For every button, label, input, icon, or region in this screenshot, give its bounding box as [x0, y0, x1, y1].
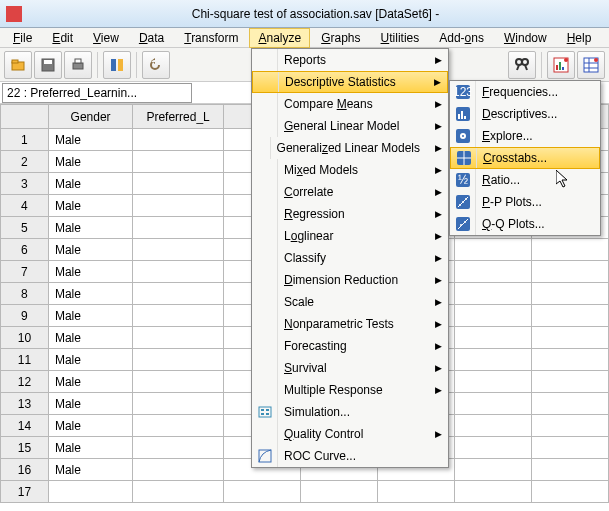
cell-preferred[interactable]: [133, 459, 224, 481]
row-header[interactable]: 2: [1, 151, 49, 173]
row-header[interactable]: 7: [1, 261, 49, 283]
menu-transform[interactable]: Transform: [175, 28, 247, 48]
column-header-preferred[interactable]: Preferred_L: [133, 105, 224, 129]
cell-gender[interactable]: Male: [48, 239, 132, 261]
cell-empty[interactable]: [454, 437, 531, 459]
cell-empty[interactable]: [454, 327, 531, 349]
menu-item-descriptive-statistics[interactable]: Descriptive Statistics▶: [252, 71, 448, 93]
menu-edit[interactable]: Edit: [43, 28, 82, 48]
cell-preferred[interactable]: [133, 283, 224, 305]
menu-item-multiple-response[interactable]: Multiple Response▶: [252, 379, 448, 401]
cell-gender[interactable]: Male: [48, 371, 132, 393]
row-header[interactable]: 6: [1, 239, 49, 261]
menu-item-correlate[interactable]: Correlate▶: [252, 181, 448, 203]
menu-item-generalized-linear-models[interactable]: Generalized Linear Models▶: [252, 137, 448, 159]
cell-preferred[interactable]: [133, 129, 224, 151]
cell-empty[interactable]: [454, 415, 531, 437]
menu-item-classify[interactable]: Classify▶: [252, 247, 448, 269]
submenu-item-p-p-plots-[interactable]: P-P Plots...: [450, 191, 600, 213]
cell-preferred[interactable]: [133, 393, 224, 415]
cell-gender[interactable]: Male: [48, 129, 132, 151]
cell-preferred[interactable]: [133, 195, 224, 217]
chart-builder-button[interactable]: [547, 51, 575, 79]
column-header-gender[interactable]: Gender: [48, 105, 132, 129]
cell-gender[interactable]: Male: [48, 393, 132, 415]
cell-gender[interactable]: Male: [48, 283, 132, 305]
recall-dialog-button[interactable]: [103, 51, 131, 79]
row-header[interactable]: 16: [1, 459, 49, 481]
cell-preferred[interactable]: [133, 239, 224, 261]
cell-gender[interactable]: Male: [48, 261, 132, 283]
print-button[interactable]: [64, 51, 92, 79]
row-header[interactable]: 13: [1, 393, 49, 415]
row-header[interactable]: 12: [1, 371, 49, 393]
cell-empty[interactable]: [531, 349, 608, 371]
cell-gender[interactable]: Male: [48, 173, 132, 195]
cell-empty[interactable]: [454, 393, 531, 415]
cell-empty[interactable]: [531, 415, 608, 437]
submenu-item-descriptives-[interactable]: Descriptives...: [450, 103, 600, 125]
cell-gender[interactable]: Male: [48, 459, 132, 481]
cell-empty[interactable]: [531, 437, 608, 459]
cell-empty[interactable]: [454, 283, 531, 305]
cell-empty[interactable]: [454, 371, 531, 393]
cell-gender[interactable]: Male: [48, 415, 132, 437]
cell-gender[interactable]: Male: [48, 217, 132, 239]
menu-item-scale[interactable]: Scale▶: [252, 291, 448, 313]
submenu-item-q-q-plots-[interactable]: Q-Q Plots...: [450, 213, 600, 235]
cell-empty[interactable]: [531, 481, 608, 503]
cell-preferred[interactable]: [133, 305, 224, 327]
menu-file[interactable]: File: [4, 28, 41, 48]
menu-item-mixed-models[interactable]: Mixed Models▶: [252, 159, 448, 181]
menu-item-dimension-reduction[interactable]: Dimension Reduction▶: [252, 269, 448, 291]
cell-empty[interactable]: [454, 481, 531, 503]
row-header[interactable]: 10: [1, 327, 49, 349]
menu-item-general-linear-model[interactable]: General Linear Model▶: [252, 115, 448, 137]
cell-gender[interactable]: Male: [48, 437, 132, 459]
submenu-item-explore-[interactable]: Explore...: [450, 125, 600, 147]
cell-empty[interactable]: [531, 261, 608, 283]
menu-item-roc-curve-[interactable]: ROC Curve...: [252, 445, 448, 467]
menu-item-regression[interactable]: Regression▶: [252, 203, 448, 225]
row-header[interactable]: 17: [1, 481, 49, 503]
cell-empty[interactable]: [300, 481, 377, 503]
menu-item-survival[interactable]: Survival▶: [252, 357, 448, 379]
cell-preferred[interactable]: [133, 481, 224, 503]
cell-empty[interactable]: [531, 283, 608, 305]
cell-reference-box[interactable]: 22 : Preferred_Learnin...: [2, 83, 192, 103]
cell-preferred[interactable]: [133, 261, 224, 283]
cell-preferred[interactable]: [133, 371, 224, 393]
row-header[interactable]: 9: [1, 305, 49, 327]
cell-empty[interactable]: [531, 239, 608, 261]
submenu-item-frequencies-[interactable]: 123Frequencies...: [450, 81, 600, 103]
menu-item-compare-means[interactable]: Compare Means▶: [252, 93, 448, 115]
cell-empty[interactable]: [531, 305, 608, 327]
open-button[interactable]: [4, 51, 32, 79]
menu-item-forecasting[interactable]: Forecasting▶: [252, 335, 448, 357]
cell-gender[interactable]: [48, 481, 132, 503]
menu-graphs[interactable]: Graphs: [312, 28, 369, 48]
cell-gender[interactable]: Male: [48, 349, 132, 371]
submenu-item-crosstabs-[interactable]: Crosstabs...: [450, 147, 600, 169]
row-header[interactable]: 14: [1, 415, 49, 437]
cell-preferred[interactable]: [133, 327, 224, 349]
cell-preferred[interactable]: [133, 415, 224, 437]
row-header[interactable]: 11: [1, 349, 49, 371]
cell-gender[interactable]: Male: [48, 305, 132, 327]
cell-preferred[interactable]: [133, 217, 224, 239]
row-header[interactable]: 8: [1, 283, 49, 305]
cell-empty[interactable]: [454, 349, 531, 371]
cell-empty[interactable]: [454, 239, 531, 261]
cell-empty[interactable]: [531, 327, 608, 349]
cell-preferred[interactable]: [133, 173, 224, 195]
cell-empty[interactable]: [531, 371, 608, 393]
cell-gender[interactable]: Male: [48, 195, 132, 217]
cell-empty[interactable]: [223, 481, 300, 503]
row-header[interactable]: 5: [1, 217, 49, 239]
menu-analyze[interactable]: Analyze: [249, 28, 310, 48]
tables-button[interactable]: [577, 51, 605, 79]
menu-item-reports[interactable]: Reports▶: [252, 49, 448, 71]
cell-gender[interactable]: Male: [48, 327, 132, 349]
cell-empty[interactable]: [531, 393, 608, 415]
cell-preferred[interactable]: [133, 349, 224, 371]
